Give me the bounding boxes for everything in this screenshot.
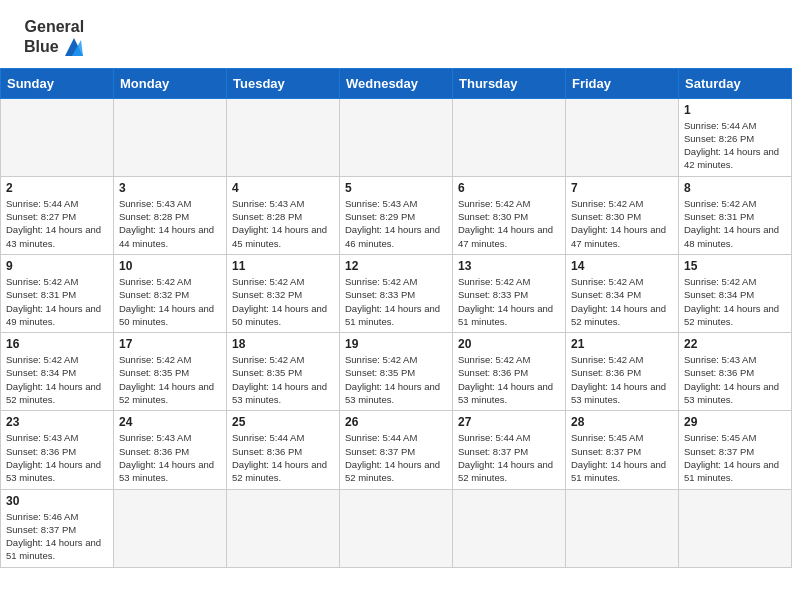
weekday-header-row: SundayMondayTuesdayWednesdayThursdayFrid…: [1, 68, 792, 98]
weekday-header-friday: Friday: [566, 68, 679, 98]
day-info: Sunrise: 5:42 AMSunset: 8:34 PMDaylight:…: [571, 275, 673, 328]
day-info: Sunrise: 5:44 AMSunset: 8:27 PMDaylight:…: [6, 197, 108, 250]
calendar-cell-3-5: 13Sunrise: 5:42 AMSunset: 8:33 PMDayligh…: [453, 254, 566, 332]
calendar-cell-1-3: [227, 98, 340, 176]
calendar-cell-2-3: 4Sunrise: 5:43 AMSunset: 8:28 PMDaylight…: [227, 176, 340, 254]
calendar-cell-2-1: 2Sunrise: 5:44 AMSunset: 8:27 PMDaylight…: [1, 176, 114, 254]
calendar-cell-6-7: [679, 489, 792, 567]
calendar-cell-3-2: 10Sunrise: 5:42 AMSunset: 8:32 PMDayligh…: [114, 254, 227, 332]
calendar-cell-3-7: 15Sunrise: 5:42 AMSunset: 8:34 PMDayligh…: [679, 254, 792, 332]
calendar-cell-5-4: 26Sunrise: 5:44 AMSunset: 8:37 PMDayligh…: [340, 411, 453, 489]
calendar-week-4: 16Sunrise: 5:42 AMSunset: 8:34 PMDayligh…: [1, 333, 792, 411]
calendar-cell-5-7: 29Sunrise: 5:45 AMSunset: 8:37 PMDayligh…: [679, 411, 792, 489]
day-info: Sunrise: 5:43 AMSunset: 8:28 PMDaylight:…: [232, 197, 334, 250]
weekday-header-wednesday: Wednesday: [340, 68, 453, 98]
day-info: Sunrise: 5:42 AMSunset: 8:33 PMDaylight:…: [345, 275, 447, 328]
day-info: Sunrise: 5:43 AMSunset: 8:36 PMDaylight:…: [684, 353, 786, 406]
calendar-cell-3-6: 14Sunrise: 5:42 AMSunset: 8:34 PMDayligh…: [566, 254, 679, 332]
day-number: 23: [6, 415, 108, 429]
day-info: Sunrise: 5:42 AMSunset: 8:30 PMDaylight:…: [458, 197, 560, 250]
logo-general: General: [25, 18, 85, 35]
calendar-cell-1-1: [1, 98, 114, 176]
weekday-header-sunday: Sunday: [1, 68, 114, 98]
calendar-cell-4-2: 17Sunrise: 5:42 AMSunset: 8:35 PMDayligh…: [114, 333, 227, 411]
day-info: Sunrise: 5:42 AMSunset: 8:31 PMDaylight:…: [684, 197, 786, 250]
day-number: 11: [232, 259, 334, 273]
logo-icon: [63, 36, 85, 58]
day-number: 24: [119, 415, 221, 429]
calendar-cell-1-7: 1Sunrise: 5:44 AMSunset: 8:26 PMDaylight…: [679, 98, 792, 176]
day-info: Sunrise: 5:42 AMSunset: 8:32 PMDaylight:…: [232, 275, 334, 328]
calendar-cell-5-5: 27Sunrise: 5:44 AMSunset: 8:37 PMDayligh…: [453, 411, 566, 489]
calendar-cell-4-3: 18Sunrise: 5:42 AMSunset: 8:35 PMDayligh…: [227, 333, 340, 411]
day-number: 12: [345, 259, 447, 273]
calendar-cell-4-6: 21Sunrise: 5:42 AMSunset: 8:36 PMDayligh…: [566, 333, 679, 411]
calendar-week-6: 30Sunrise: 5:46 AMSunset: 8:37 PMDayligh…: [1, 489, 792, 567]
day-info: Sunrise: 5:43 AMSunset: 8:36 PMDaylight:…: [119, 431, 221, 484]
calendar-cell-2-5: 6Sunrise: 5:42 AMSunset: 8:30 PMDaylight…: [453, 176, 566, 254]
day-number: 26: [345, 415, 447, 429]
calendar-cell-2-4: 5Sunrise: 5:43 AMSunset: 8:29 PMDaylight…: [340, 176, 453, 254]
logo-blue-text: Blue: [24, 38, 59, 56]
calendar-cell-4-5: 20Sunrise: 5:42 AMSunset: 8:36 PMDayligh…: [453, 333, 566, 411]
calendar-cell-6-5: [453, 489, 566, 567]
calendar-cell-2-7: 8Sunrise: 5:42 AMSunset: 8:31 PMDaylight…: [679, 176, 792, 254]
day-number: 20: [458, 337, 560, 351]
page-header: General Blue: [0, 0, 792, 68]
calendar-cell-6-4: [340, 489, 453, 567]
day-number: 28: [571, 415, 673, 429]
calendar-cell-4-7: 22Sunrise: 5:43 AMSunset: 8:36 PMDayligh…: [679, 333, 792, 411]
calendar-table: SundayMondayTuesdayWednesdayThursdayFrid…: [0, 68, 792, 568]
day-number: 1: [684, 103, 786, 117]
day-info: Sunrise: 5:42 AMSunset: 8:31 PMDaylight:…: [6, 275, 108, 328]
day-number: 16: [6, 337, 108, 351]
calendar-cell-3-3: 11Sunrise: 5:42 AMSunset: 8:32 PMDayligh…: [227, 254, 340, 332]
day-info: Sunrise: 5:43 AMSunset: 8:36 PMDaylight:…: [6, 431, 108, 484]
day-number: 29: [684, 415, 786, 429]
day-info: Sunrise: 5:44 AMSunset: 8:26 PMDaylight:…: [684, 119, 786, 172]
day-number: 30: [6, 494, 108, 508]
day-info: Sunrise: 5:42 AMSunset: 8:33 PMDaylight:…: [458, 275, 560, 328]
calendar-cell-5-6: 28Sunrise: 5:45 AMSunset: 8:37 PMDayligh…: [566, 411, 679, 489]
calendar-cell-6-6: [566, 489, 679, 567]
day-number: 19: [345, 337, 447, 351]
calendar-cell-4-1: 16Sunrise: 5:42 AMSunset: 8:34 PMDayligh…: [1, 333, 114, 411]
weekday-header-tuesday: Tuesday: [227, 68, 340, 98]
day-number: 17: [119, 337, 221, 351]
calendar-cell-5-3: 25Sunrise: 5:44 AMSunset: 8:36 PMDayligh…: [227, 411, 340, 489]
day-number: 5: [345, 181, 447, 195]
day-info: Sunrise: 5:42 AMSunset: 8:36 PMDaylight:…: [571, 353, 673, 406]
day-number: 13: [458, 259, 560, 273]
day-info: Sunrise: 5:42 AMSunset: 8:30 PMDaylight:…: [571, 197, 673, 250]
day-info: Sunrise: 5:42 AMSunset: 8:35 PMDaylight:…: [345, 353, 447, 406]
day-number: 8: [684, 181, 786, 195]
calendar-cell-2-6: 7Sunrise: 5:42 AMSunset: 8:30 PMDaylight…: [566, 176, 679, 254]
calendar-cell-1-6: [566, 98, 679, 176]
weekday-header-monday: Monday: [114, 68, 227, 98]
calendar-cell-6-1: 30Sunrise: 5:46 AMSunset: 8:37 PMDayligh…: [1, 489, 114, 567]
day-info: Sunrise: 5:45 AMSunset: 8:37 PMDaylight:…: [684, 431, 786, 484]
day-number: 15: [684, 259, 786, 273]
calendar-cell-6-2: [114, 489, 227, 567]
day-number: 10: [119, 259, 221, 273]
day-number: 25: [232, 415, 334, 429]
calendar-cell-1-5: [453, 98, 566, 176]
day-info: Sunrise: 5:46 AMSunset: 8:37 PMDaylight:…: [6, 510, 108, 563]
day-number: 4: [232, 181, 334, 195]
day-info: Sunrise: 5:42 AMSunset: 8:36 PMDaylight:…: [458, 353, 560, 406]
day-number: 3: [119, 181, 221, 195]
weekday-header-saturday: Saturday: [679, 68, 792, 98]
calendar-cell-5-1: 23Sunrise: 5:43 AMSunset: 8:36 PMDayligh…: [1, 411, 114, 489]
calendar-cell-1-4: [340, 98, 453, 176]
day-number: 6: [458, 181, 560, 195]
day-info: Sunrise: 5:45 AMSunset: 8:37 PMDaylight:…: [571, 431, 673, 484]
calendar-week-1: 1Sunrise: 5:44 AMSunset: 8:26 PMDaylight…: [1, 98, 792, 176]
calendar-cell-3-4: 12Sunrise: 5:42 AMSunset: 8:33 PMDayligh…: [340, 254, 453, 332]
calendar-cell-3-1: 9Sunrise: 5:42 AMSunset: 8:31 PMDaylight…: [1, 254, 114, 332]
day-info: Sunrise: 5:44 AMSunset: 8:37 PMDaylight:…: [458, 431, 560, 484]
day-info: Sunrise: 5:44 AMSunset: 8:36 PMDaylight:…: [232, 431, 334, 484]
logo: General Blue: [24, 18, 85, 58]
calendar-cell-2-2: 3Sunrise: 5:43 AMSunset: 8:28 PMDaylight…: [114, 176, 227, 254]
day-info: Sunrise: 5:42 AMSunset: 8:34 PMDaylight:…: [6, 353, 108, 406]
day-info: Sunrise: 5:44 AMSunset: 8:37 PMDaylight:…: [345, 431, 447, 484]
